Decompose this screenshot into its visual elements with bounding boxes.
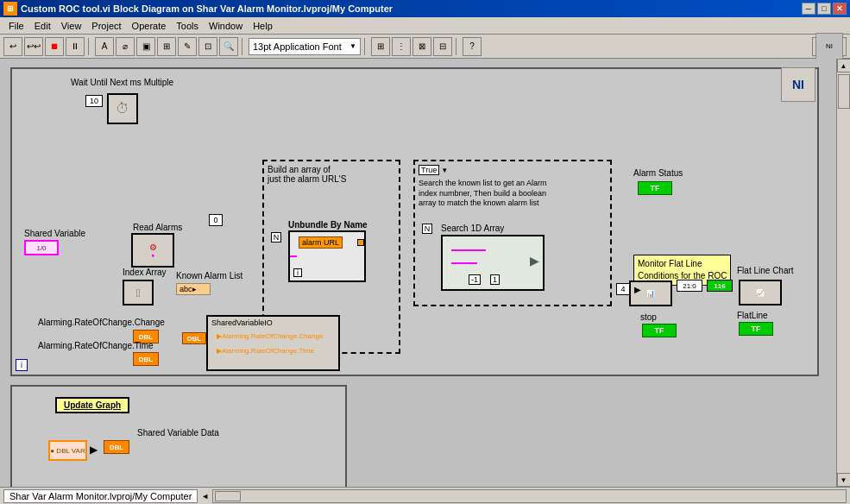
true-label: True xyxy=(419,165,439,175)
tool-order[interactable]: ⊟ xyxy=(433,37,452,56)
status-project-text: Shar Var Alarm Monitor.lvproj/My Compute… xyxy=(9,491,192,501)
close-button[interactable]: ✕ xyxy=(833,3,847,15)
diagram-area: i Wait Until Next ms Multiple 10 ⏱ Share… xyxy=(0,59,850,487)
search-label: Search the known list to get an Alarmind… xyxy=(419,179,547,209)
roc-change-port: ▶Alarming.RateOfChange.Change xyxy=(217,332,323,340)
title-bar-left: ⊞ Custom ROC tool.vi Block Diagram on Sh… xyxy=(3,2,393,16)
tool-pause[interactable]: ⏸ xyxy=(66,37,85,56)
ni-logo-corner: NI xyxy=(781,67,815,102)
build-array-label: Build an array ofjust the alarm URL'S xyxy=(268,165,346,184)
sep4 xyxy=(456,38,459,55)
alarming-roc-change-label: Alarming.RateOfChange.Change xyxy=(38,318,165,327)
true-dropdown[interactable]: True ▼ xyxy=(419,165,448,175)
dbl-lower: DBL xyxy=(104,440,129,454)
tool-4[interactable]: ⊡ xyxy=(198,37,217,56)
scrollbar-horizontal[interactable] xyxy=(212,489,847,503)
flat-line-chart-label: Flat Line Chart xyxy=(737,266,794,275)
tool-wire[interactable]: ⌀ xyxy=(116,37,135,56)
index-array-vi: [] xyxy=(123,280,154,306)
scroll-up-button[interactable]: ▲ xyxy=(837,59,851,72)
menu-help[interactable]: Help xyxy=(248,19,278,33)
alarm-url-label: alarm URL xyxy=(299,236,343,249)
font-selector[interactable]: 13pt Application Font ▼ xyxy=(249,38,361,55)
status-arrow[interactable]: ◄ xyxy=(201,492,209,501)
read-alarms-vi: ⚙ ● xyxy=(131,233,174,268)
read-alarms-label: Read Alarms xyxy=(133,223,182,232)
search-1d-box: ▶ -1 1 xyxy=(441,235,545,291)
ni-logo: NI xyxy=(815,33,843,60)
tool-stop[interactable]: ⏹ xyxy=(45,37,64,56)
unbundle-label: Unbundle By Name xyxy=(288,220,368,230)
scroll-thumb-v[interactable] xyxy=(838,74,850,109)
val-0-box[interactable]: 0 xyxy=(209,214,223,226)
canvas[interactable]: i Wait Until Next ms Multiple 10 ⏱ Share… xyxy=(0,59,836,487)
status-bar: Shar Var Alarm Monitor.lvproj/My Compute… xyxy=(0,487,850,504)
shared-variable-io-label: SharedVariableIO xyxy=(211,318,273,327)
stop-tf: TF xyxy=(642,324,677,337)
flatline-tf: TF xyxy=(739,322,773,336)
sep3 xyxy=(364,38,368,55)
tool-resize[interactable]: ⊠ xyxy=(412,37,431,56)
roc-time-port: ▶Alarming.RateOfChange.Time xyxy=(217,347,314,355)
wait-vi-icon: ⏱ xyxy=(107,93,138,124)
shared-variable-data-box: ● DBL VAR xyxy=(48,440,87,461)
tool-extra: NI xyxy=(812,37,847,56)
h-scroll-thumb[interactable] xyxy=(215,491,241,501)
dbl-left-1: DBL xyxy=(182,332,206,344)
flatline-label: FlatLine xyxy=(737,311,768,320)
wait-value-box[interactable]: 10 xyxy=(85,95,103,107)
shared-variable-io-box: SharedVariableIO ▶Alarming.RateOfChange.… xyxy=(206,315,340,371)
menu-project[interactable]: Project xyxy=(86,19,126,33)
menu-operate[interactable]: Operate xyxy=(127,19,172,33)
scroll-down-button[interactable]: ▼ xyxy=(837,473,851,487)
window-title: Custom ROC tool.vi Block Diagram on Shar… xyxy=(21,3,393,14)
sep1 xyxy=(88,38,91,55)
known-alarm-list-box: abc▸ xyxy=(176,283,211,295)
n-indicator-1: N xyxy=(271,232,281,243)
output-box-1: 21:0 xyxy=(677,280,702,292)
wait-label: Wait Until Next ms Multiple xyxy=(71,78,173,87)
menu-window[interactable]: Window xyxy=(204,19,248,33)
scrollbar-vertical[interactable]: ▲ ▼ xyxy=(836,59,850,487)
tool-run[interactable]: ↩ xyxy=(3,37,22,56)
val4-box: 4 xyxy=(616,283,630,295)
tool-align[interactable]: ⊞ xyxy=(371,37,390,56)
tool-2[interactable]: ⊞ xyxy=(157,37,176,56)
shared-variable-box: 1/0 xyxy=(24,240,59,255)
scroll-track-v xyxy=(837,72,850,473)
title-bar: ⊞ Custom ROC tool.vi Block Diagram on Sh… xyxy=(0,0,850,17)
shared-variable-data-label: Shared Variable Data xyxy=(137,428,219,438)
tool-run-cont[interactable]: ↩↩ xyxy=(24,37,43,56)
alarm-status-label: Alarm Status xyxy=(633,168,683,178)
flat-line-chart-vi: 📈 xyxy=(739,280,782,306)
menu-view[interactable]: View xyxy=(56,19,87,33)
tool-3[interactable]: ✎ xyxy=(178,37,197,56)
n-indicator-2: N xyxy=(422,224,432,234)
upper-info-icon[interactable]: i xyxy=(16,359,28,371)
font-label: 13pt Application Font xyxy=(253,41,342,52)
tool-text[interactable]: A xyxy=(95,37,114,56)
status-project: Shar Var Alarm Monitor.lvproj/My Compute… xyxy=(3,489,198,503)
title-bar-controls[interactable]: ─ □ ✕ xyxy=(802,3,847,15)
sep2 xyxy=(242,38,245,55)
tool-1[interactable]: ▣ xyxy=(136,37,155,56)
unbundle-box: alarm URL i xyxy=(288,230,366,282)
tool-dist[interactable]: ⋮ xyxy=(392,37,411,56)
alarming-roc-time-label: Alarming.RateOfChange.Time xyxy=(38,341,154,350)
lower-region: i Update Graph Shared Variable Data ● DB… xyxy=(10,385,347,487)
menu-tools[interactable]: Tools xyxy=(171,19,204,33)
update-graph-button[interactable]: Update Graph xyxy=(55,397,129,413)
menu-edit[interactable]: Edit xyxy=(29,19,56,33)
dbl-box-2: DBL xyxy=(133,352,159,366)
tool-help[interactable]: ? xyxy=(463,37,482,56)
tool-5[interactable]: 🔍 xyxy=(219,37,238,56)
minimize-button[interactable]: ─ xyxy=(802,3,815,15)
val1-box: 1 xyxy=(490,274,500,285)
output-box-2: 116 xyxy=(707,280,733,292)
maximize-button[interactable]: □ xyxy=(817,3,831,15)
minus1-box: -1 xyxy=(469,274,481,285)
menu-file[interactable]: File xyxy=(3,19,29,33)
search-1d-label: Search 1D Array xyxy=(441,224,504,233)
font-dropdown-icon: ▼ xyxy=(349,42,356,50)
index-array-label: Index Array xyxy=(123,268,167,277)
